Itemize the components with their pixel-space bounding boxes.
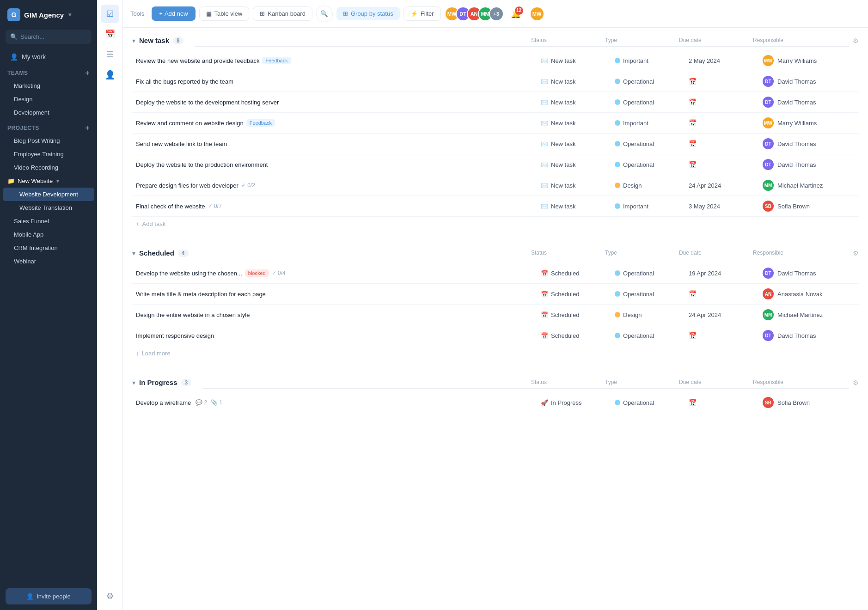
status-cell: ✉️New task (541, 120, 615, 127)
load-more-button[interactable]: ↓ Load more (132, 346, 859, 360)
status-icon: ✉️ (541, 161, 548, 168)
group-settings-new-task[interactable]: ⚙ (853, 37, 859, 44)
status-cell: ✉️ New task (541, 57, 615, 64)
task-group-new-task: ▾ New task 8 Status Type Due date Respon… (132, 28, 859, 231)
sidebar-item-sales-funnel[interactable]: Sales Funnel (3, 214, 94, 228)
type-dot (615, 400, 620, 405)
scheduled-icon: 📅 (541, 311, 548, 318)
app-logo[interactable]: G GIM Agency ▾ (0, 0, 97, 30)
group-header-in-progress: ▾ In Progress 3 Status Type Due date Res… (132, 370, 859, 392)
sidebar-item-marketing[interactable]: Marketing (3, 79, 94, 92)
collapse-new-task-button[interactable]: ▾ (132, 37, 135, 44)
table-row[interactable]: Review and comment on website design Fee… (132, 113, 859, 134)
responsible-cell: SB Sofia Brown (763, 201, 855, 212)
sidebar-item-video-recording[interactable]: Video Recording (3, 161, 94, 174)
resp-avatar: DT (763, 159, 774, 170)
sidebar-item-employee-training[interactable]: Employee Training (3, 147, 94, 161)
status-icon: ✉️ (541, 78, 548, 85)
notification-button[interactable]: 🔔 12 (507, 6, 524, 22)
add-task-button[interactable]: + Add task (132, 217, 859, 231)
subtask-count: ✓ 0/4 (272, 270, 286, 276)
responsible-cell: MW Marry Williams (763, 55, 855, 66)
calendar-icon-btn[interactable]: 📅 (101, 25, 119, 43)
add-new-label: Add new (165, 10, 188, 17)
subtask-count: ✓ 0/7 (208, 203, 222, 209)
task-name: Write meta title & meta description for … (136, 291, 541, 298)
status-cell: 📅Scheduled (541, 332, 615, 339)
sidebar-item-design[interactable]: Design (3, 92, 94, 106)
calendar-icon: 📅 (689, 332, 697, 339)
feedback-badge: Feedback (246, 119, 275, 127)
type-cell: Operational (615, 291, 689, 298)
person-icon-btn[interactable]: 👤 (101, 66, 119, 84)
collapse-scheduled-button[interactable]: ▾ (132, 250, 135, 257)
app-name: GIM Agency (24, 11, 64, 19)
invite-icon: 👤 (26, 593, 34, 600)
due-cell: 2 May 2024 (689, 57, 763, 64)
resp-avatar: MM (763, 309, 774, 320)
task-name: Deploy the website to the development ho… (136, 99, 541, 106)
sidebar-item-website-translation[interactable]: Website Translation (3, 201, 94, 214)
responsible-cell: MM Michael Martinez (763, 180, 855, 191)
resp-avatar: SB (763, 201, 774, 212)
table-row[interactable]: Review the new website and provide feedb… (132, 50, 859, 71)
group-icon: ⊞ (343, 10, 348, 17)
status-icon: ✉️ (541, 140, 548, 147)
status-cell: 📅Scheduled (541, 291, 615, 298)
table-row[interactable]: Send new website link to the team ✉️New … (132, 134, 859, 154)
avatar-more: +3 (489, 6, 504, 21)
group-by-status-button[interactable]: ⊞ Group by status (336, 7, 400, 20)
sidebar-item-development[interactable]: Development (3, 106, 94, 119)
notification-badge: 12 (515, 6, 523, 15)
tools-label: Tools (130, 10, 144, 17)
sidebar-item-crm-integration[interactable]: CRM Integration (3, 241, 94, 255)
in-progress-icon: 🚀 (541, 399, 548, 406)
search-box[interactable]: 🔍 Search... (6, 30, 92, 44)
table-view-button[interactable]: ▦ Table view (199, 6, 250, 21)
resp-avatar: DT (763, 330, 774, 341)
sidebar-item-webinar[interactable]: Webinar (3, 255, 94, 268)
group-settings-in-progress[interactable]: ⚙ (853, 379, 859, 386)
table-row[interactable]: Fix all the bugs reported by the team ✉️… (132, 71, 859, 92)
scheduled-icon: 📅 (541, 270, 548, 277)
sidebar-item-website-development[interactable]: Website Development (3, 188, 94, 201)
kanban-board-button[interactable]: ⊞ Kanban board (253, 6, 312, 21)
user-avatar[interactable]: MW (530, 6, 544, 21)
search-button[interactable]: 🔍 (316, 6, 333, 22)
group-settings-scheduled[interactable]: ⚙ (853, 250, 859, 257)
tasks-icon-btn[interactable]: ☑ (101, 5, 119, 23)
settings-icon-btn[interactable]: ⚙ (101, 587, 119, 605)
add-project-button[interactable]: + (85, 124, 90, 132)
kanban-icon: ⊞ (260, 10, 265, 17)
type-cell: Design (615, 182, 689, 189)
my-work-item[interactable]: 👤 My work (3, 49, 94, 64)
task-group-in-progress: ▾ In Progress 3 Status Type Due date Res… (132, 370, 859, 413)
add-team-button[interactable]: + (85, 69, 90, 77)
type-cell: Operational (615, 140, 689, 147)
list-icon-btn[interactable]: ☰ (101, 45, 119, 64)
type-dot (615, 79, 620, 84)
sidebar-item-blog-post[interactable]: Blog Post Writing (3, 134, 94, 147)
table-row[interactable]: Deploy the website to the development ho… (132, 92, 859, 113)
filter-button[interactable]: ⚡ Filter (403, 6, 441, 21)
collapse-in-progress-button[interactable]: ▾ (132, 379, 135, 386)
sidebar-item-new-website[interactable]: 📁 New Website ▾ (0, 174, 97, 188)
invite-people-button[interactable]: 👤 Invite people (6, 588, 92, 604)
table-row[interactable]: Develop a wireframe 💬 2 📎 1 🚀In Progress… (132, 392, 859, 413)
group-by-status-label: Group by status (351, 10, 393, 17)
table-row[interactable]: Implement responsive design 📅Scheduled O… (132, 325, 859, 346)
col-headers-scheduled: Status Type Due date Responsible (200, 247, 849, 259)
table-row[interactable]: Prepare design files for web developer ✓… (132, 175, 859, 196)
table-row[interactable]: Write meta title & meta description for … (132, 284, 859, 305)
table-row[interactable]: Develop the website using the chosen... … (132, 263, 859, 284)
status-icon: ✉️ (541, 203, 548, 210)
add-new-button[interactable]: + Add new (152, 6, 195, 21)
calendar-icon: 📅 (689, 98, 697, 106)
table-row[interactable]: Final check of the website ✓ 0/7 ✉️New t… (132, 196, 859, 217)
status-cell: ✉️New task (541, 182, 615, 189)
table-row[interactable]: Deploy the website to the production env… (132, 154, 859, 175)
responsible-cell: DT David Thomas (763, 138, 855, 149)
table-row[interactable]: Design the entire website in a chosen st… (132, 305, 859, 325)
resp-avatar: DT (763, 268, 774, 279)
sidebar-item-mobile-app[interactable]: Mobile App (3, 228, 94, 241)
